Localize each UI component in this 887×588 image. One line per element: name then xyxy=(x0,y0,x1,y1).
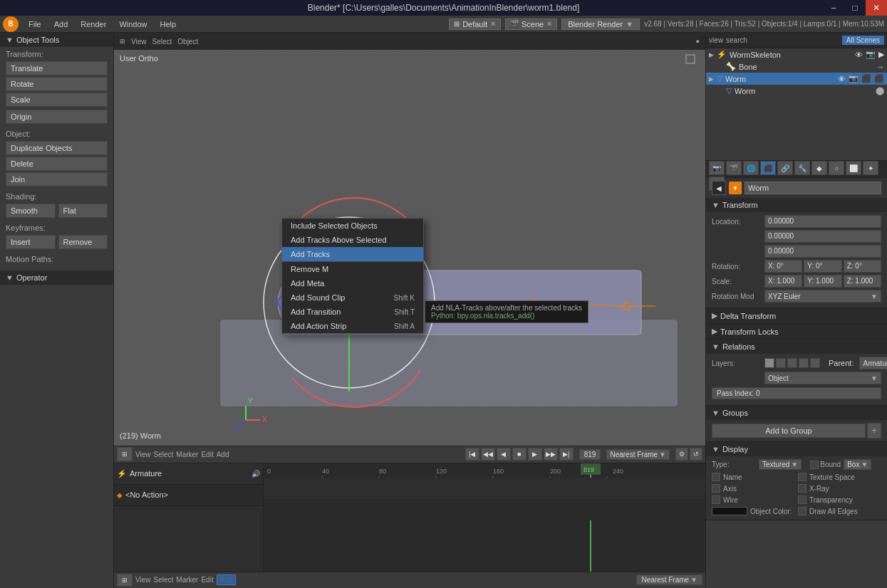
bound-type-dropdown[interactable]: Box▼ xyxy=(844,459,871,470)
ctx-add-action-strip[interactable]: Add Action Strip Shift A xyxy=(282,319,423,333)
loc-x-field[interactable]: 0.00000 xyxy=(764,215,881,228)
menu-window[interactable]: Window xyxy=(113,19,152,30)
props-data-icon[interactable]: ◆ xyxy=(811,161,827,175)
axis-checkbox[interactable] xyxy=(712,484,720,493)
props-render-icon[interactable]: 📷 xyxy=(709,161,725,175)
translate-button[interactable]: Translate xyxy=(6,61,108,75)
object-color-swatch[interactable] xyxy=(712,507,747,515)
ctx-add-sound-clip[interactable]: Add Sound Clip Shift K xyxy=(282,290,423,305)
ctx-add-meta[interactable]: Add Meta xyxy=(282,276,423,290)
ctx-add-transition[interactable]: Add Transition Shift T xyxy=(282,305,423,319)
bottom-edit-menu[interactable]: Edit xyxy=(201,576,213,584)
rotate-button[interactable]: Rotate xyxy=(6,77,108,91)
ctx-add-tracks-above[interactable]: Add Tracks Above Selected xyxy=(282,233,423,247)
props-back-button[interactable]: ◀ xyxy=(712,181,726,195)
bottom-playback-selector[interactable]: Nearest Frame▼ xyxy=(636,574,702,585)
object-tools-header[interactable]: ▼ Object Tools xyxy=(0,33,113,47)
timeline-edit-menu[interactable]: Edit xyxy=(201,451,213,458)
rot-y-field[interactable]: Y: 0° xyxy=(804,260,841,273)
camera-icon[interactable]: 📷 xyxy=(866,50,876,59)
play-back-button[interactable]: ◀ xyxy=(497,448,511,461)
timeline-select-menu[interactable]: Select xyxy=(154,451,174,458)
smooth-button[interactable]: Smooth xyxy=(6,204,56,218)
outliner-worm-skeleton[interactable]: ▶ ⚡ WormSkeleton 👁 📷 ▶ xyxy=(706,48,887,61)
rot-x-field[interactable]: X: 0° xyxy=(764,260,802,273)
pass-index-field[interactable]: Pass Index: 0 xyxy=(712,387,881,399)
timeline-bottom-icon[interactable]: ⊞ xyxy=(117,574,133,587)
play-button[interactable]: ▶ xyxy=(528,448,542,461)
step-forward-button[interactable]: ▶▶ xyxy=(544,448,558,461)
ctx-include-selected[interactable]: Include Selected Objects xyxy=(282,219,423,233)
transform-section-header[interactable]: ▼ Transform xyxy=(706,198,887,212)
step-back-button[interactable]: ◀◀ xyxy=(481,448,495,461)
menu-file[interactable]: File xyxy=(23,19,47,30)
outliner-worm[interactable]: ▶ ▽ Worm 👁 📷 ⬛ ⬛ xyxy=(706,73,887,85)
worm-render-icon[interactable]: ⬛ xyxy=(861,74,871,83)
scale-z-field[interactable]: Z: 1.000 xyxy=(844,275,881,288)
workspace-selector[interactable]: ⊞ Default ✕ xyxy=(449,19,501,30)
transparency-checkbox[interactable] xyxy=(798,495,806,504)
bottom-marker-menu[interactable]: Marker xyxy=(176,576,198,584)
name-checkbox[interactable] xyxy=(712,473,720,481)
close-button[interactable]: ✕ xyxy=(866,0,887,16)
add-to-group-button[interactable]: Add to Group xyxy=(712,424,866,438)
worm-sub-circle-icon[interactable]: ⬤ xyxy=(876,86,884,95)
menu-add[interactable]: Add xyxy=(48,19,74,30)
worm-eye-icon[interactable]: 👁 xyxy=(838,75,846,83)
props-world-icon[interactable]: 🌐 xyxy=(743,161,759,175)
ctx-remove-m[interactable]: Remove M xyxy=(282,261,423,276)
delta-transform-header[interactable]: ▶ Delta Transform xyxy=(706,308,887,323)
visibility-eye-icon[interactable]: 👁 xyxy=(855,51,863,59)
layer-5[interactable] xyxy=(810,358,820,368)
props-scene-icon[interactable]: 🎬 xyxy=(726,161,742,175)
props-material-icon[interactable]: ○ xyxy=(829,161,844,175)
bottom-select-menu[interactable]: Select xyxy=(154,576,174,584)
layer-4[interactable] xyxy=(799,358,809,368)
armature-sound-icon[interactable]: 🔊 xyxy=(251,470,260,478)
delete-button[interactable]: Delete xyxy=(6,157,108,171)
relations-header[interactable]: ▼ Relations xyxy=(706,340,887,354)
render-engine-selector[interactable]: Blender Render ▼ xyxy=(561,19,640,30)
insert-keyframe-button[interactable]: Insert xyxy=(6,235,56,249)
parent-value-field[interactable]: Armature xyxy=(859,357,887,369)
scale-button[interactable]: Scale xyxy=(6,93,108,107)
viewport-options[interactable]: ● xyxy=(696,38,700,45)
worm-extra-icon[interactable]: ⬛ xyxy=(874,74,884,83)
display-header[interactable]: ▼ Display xyxy=(706,442,887,456)
operator-header[interactable]: ▼ Operator xyxy=(0,271,113,285)
props-object-icon[interactable]: ⬛ xyxy=(760,161,776,175)
timeline-ruler-area[interactable]: 0 40 80 120 160 200 220 240 819 xyxy=(264,463,705,572)
scale-x-field[interactable]: X: 1.000 xyxy=(764,275,802,288)
origin-button[interactable]: Origin xyxy=(6,110,108,124)
bound-checkbox[interactable] xyxy=(810,461,819,469)
layer-1[interactable] xyxy=(764,358,774,368)
select-menu[interactable]: Select xyxy=(152,38,172,46)
outliner-search-button[interactable]: search xyxy=(726,36,747,44)
timeline-add-menu[interactable]: Add xyxy=(217,451,229,458)
wire-checkbox[interactable] xyxy=(712,495,720,504)
maximize-button[interactable]: □ xyxy=(844,0,866,16)
object-menu[interactable]: Object xyxy=(177,38,198,46)
menu-render[interactable]: Render xyxy=(75,19,112,30)
props-texture-icon[interactable]: ⬜ xyxy=(846,161,861,175)
object-name-field[interactable]: Worm xyxy=(745,182,881,194)
viewport-3d[interactable]: ⊞ View Select Object ● xyxy=(114,33,705,446)
layer-2[interactable] xyxy=(776,358,786,368)
rotation-mode-dropdown[interactable]: XYZ Euler ▼ xyxy=(764,290,881,303)
render-icon[interactable]: ▶ xyxy=(878,50,884,59)
timeline-marker-menu[interactable]: Marker xyxy=(176,451,198,458)
timeline-sync-button[interactable]: ⚙ xyxy=(675,448,688,461)
flat-button[interactable]: Flat xyxy=(58,204,108,218)
props-particles-icon[interactable]: ✦ xyxy=(863,161,878,175)
groups-header[interactable]: ▼ Groups xyxy=(706,406,887,420)
transform-locks-header[interactable]: ▶ Transform Locks xyxy=(706,324,887,339)
menu-help[interactable]: Help xyxy=(155,19,182,30)
scene-selector[interactable]: 🎬 Scene ✕ xyxy=(505,19,557,30)
timeline-view-menu[interactable]: View xyxy=(135,451,151,458)
duplicate-objects-button[interactable]: Duplicate Objects xyxy=(6,141,108,155)
bottom-view-menu[interactable]: View xyxy=(135,576,151,584)
minimize-button[interactable]: – xyxy=(823,0,844,16)
parent-type-dropdown[interactable]: Object ▼ xyxy=(764,372,881,384)
layer-3[interactable] xyxy=(787,358,797,368)
loc-z-field[interactable]: 0.00000 xyxy=(764,245,881,258)
